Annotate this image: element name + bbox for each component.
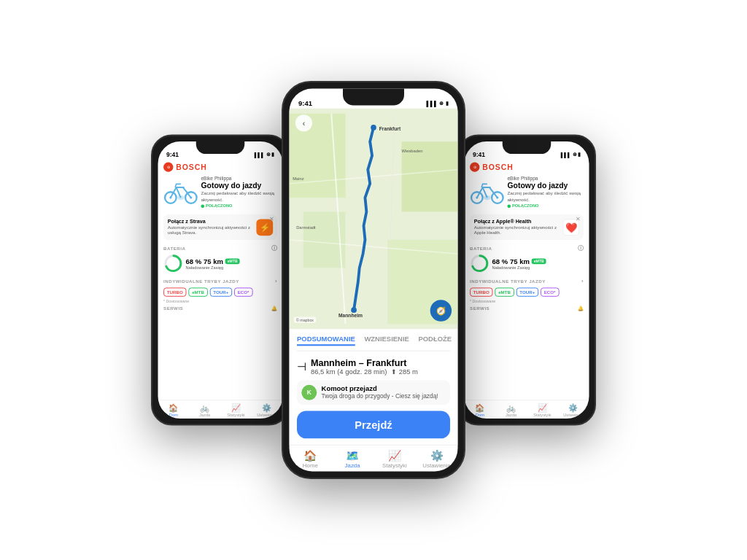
serwis-icon-right: 🔔: [578, 306, 584, 312]
info-icon-right[interactable]: ⓘ: [578, 245, 584, 252]
battery-row-right: 68 % 75 km eMTB Naładowanie Zasięg: [470, 254, 584, 273]
tab-dom-right[interactable]: 🏠 Dom: [465, 403, 496, 417]
brand-header-right: ⊙ BOSCH: [470, 160, 584, 174]
tab-settings-left[interactable]: ⚙️ Ustawienia: [252, 403, 283, 417]
info-icon-left[interactable]: ⓘ: [271, 245, 277, 252]
tab-stat-left[interactable]: 📈 Statystyki: [220, 403, 252, 417]
bike-section-left: eBike Philippa Gotowy do jazdy Zacznij p…: [163, 174, 277, 212]
serwis-left: SERWIS 🔔: [163, 306, 277, 312]
route-title: Mannheim – Frankfurt: [311, 357, 418, 368]
compass-button[interactable]: 🧭: [430, 300, 452, 321]
drive-modes-left: TURBO eMTB TOUR+ ECO*: [163, 288, 277, 297]
mode-emtb-left[interactable]: eMTB: [188, 288, 207, 297]
battery-pct-left: 68 %: [186, 258, 202, 265]
battery-km-right: 75 km: [510, 258, 530, 265]
mode-tour-right[interactable]: TOUR+: [516, 288, 538, 297]
promo-title-right: Połącz z Apple® Health: [474, 218, 559, 225]
left-app-content: ⊙ BOSCH: [158, 160, 283, 400]
mode-turbo-right[interactable]: TURBO: [470, 288, 492, 297]
battery-info-right: 68 % 75 km eMTB Naładowanie Zasięg: [492, 258, 584, 270]
promo-title-left: Połącz z Strava: [168, 218, 252, 225]
battery-pct-right: 68 %: [492, 258, 508, 265]
battery-label-left: BATERIA ⓘ: [163, 245, 277, 252]
tab-jazda-right[interactable]: 🚲 Jazda: [495, 403, 527, 417]
battery-sub-right: Naładowanie Zasięg: [492, 265, 584, 270]
mode-turbo-left[interactable]: TURBO: [163, 288, 186, 297]
home-tab-icon-r: 🏠: [475, 403, 484, 412]
svg-text:Mainz: Mainz: [293, 176, 303, 181]
stats-icon-c: 📈: [388, 449, 401, 462]
go-button[interactable]: Przejdź: [297, 411, 450, 439]
mode-eco-right[interactable]: ECO*: [541, 288, 559, 297]
modes-label-left: INDYWIDUALNE TRYBY JAZDY ›: [163, 279, 277, 285]
mode-emtb-right[interactable]: eMTB: [495, 288, 514, 297]
tab-jazda-left[interactable]: 🚲 Jazda: [189, 403, 220, 417]
bosch-logo-left: ⊙: [163, 163, 173, 172]
bike-status-right: Gotowy do jazdy: [507, 181, 584, 190]
komoot-logo: K: [301, 385, 317, 400]
connected-badge-right: POŁĄCZONO: [507, 204, 538, 209]
mode-eco-left[interactable]: ECO*: [234, 288, 252, 297]
right-phone-inner: 9:41 ▌▌▌ ⊛ ▮ ⊙ BOSCH: [465, 141, 589, 419]
battery-icon-c: ▮: [446, 100, 449, 106]
tab-gear-icon-left: ⚙️: [262, 403, 271, 412]
notch-center: [343, 89, 404, 106]
promo-card-right[interactable]: ✕ Połącz z Apple® Health Automatycznie s…: [470, 214, 584, 240]
promo-text-right: Połącz z Apple® Health Automatycznie syn…: [474, 218, 559, 236]
tab-jazda-center[interactable]: 🗺️ Jazda: [331, 449, 374, 469]
battery-icon: ▮: [271, 152, 274, 158]
scene: 9:41 ▌▌▌ ⊛ ▮ ⊙ BOSCH: [0, 0, 747, 560]
komoot-text: Komoot przejazd Twoja droga do przygody …: [322, 385, 446, 400]
notch-right: [503, 141, 551, 154]
battery-circle-right: [470, 254, 489, 273]
gear-icon-c: ⚙️: [430, 449, 444, 462]
tab-dom-left[interactable]: 🏠 Dom: [158, 403, 190, 417]
tab-stats-icon-left: 📈: [231, 403, 241, 412]
bike-icon-right: [470, 176, 505, 208]
battery-row-left: 68 % 75 km eMTB Naładowanie Zasięg: [163, 254, 277, 273]
map-area: Frankfurt Mannheim Mainz Wiesbaden Darms…: [290, 109, 458, 329]
wifi-icon-c: ⊛: [439, 100, 444, 106]
komoot-title: Komoot przejazd: [322, 385, 446, 393]
back-button[interactable]: ‹: [295, 114, 312, 131]
tab-stat-right[interactable]: 📈 Statystyki: [527, 403, 558, 417]
tab-summary[interactable]: PODSUMOWANIE: [297, 335, 355, 346]
tab-home-center[interactable]: 🏠 Home: [290, 449, 332, 469]
tab-settings-center[interactable]: ⚙️ Ustawienia: [416, 449, 458, 469]
promo-close-right[interactable]: ✕: [576, 216, 581, 222]
signal-icon: ▌▌▌: [255, 152, 265, 158]
brand-header-left: ⊙ BOSCH: [163, 160, 277, 174]
brand-name-left: BOSCH: [176, 163, 206, 171]
battery-label-right: BATERIA ⓘ: [470, 245, 584, 252]
status-icons-right: ▌▌▌ ⊛ ▮: [561, 152, 581, 158]
route-name-block: Mannheim – Frankfurt 86,5 km (4 godz. 28…: [311, 357, 418, 376]
promo-card-left[interactable]: ✕ Połącz z Strava Automatycznie synchron…: [163, 214, 277, 240]
tab-surface[interactable]: PODŁOŻE: [418, 335, 452, 346]
route-info-panel: PODSUMOWANIE WZNIESIENIE PODŁOŻE ⊣ Mannh…: [290, 329, 458, 445]
mode-note-left: * Dostosowane: [163, 300, 277, 304]
tab-stats-center[interactable]: 📈 Statystyki: [374, 449, 416, 469]
battery-info-left: 68 % 75 km eMTB Naładowanie Zasięg: [186, 258, 277, 270]
wifi-icon-r: ⊛: [573, 152, 577, 158]
svg-text:Frankfurt: Frankfurt: [379, 126, 401, 131]
tab-settings-right[interactable]: ⚙️ Ustawienia: [558, 403, 589, 417]
mode-tour-left[interactable]: TOUR+: [210, 288, 232, 297]
svg-text:Mannheim: Mannheim: [338, 313, 363, 318]
left-phone: 9:41 ▌▌▌ ⊛ ▮ ⊙ BOSCH: [151, 135, 290, 426]
bike-icon-left: [163, 176, 198, 208]
bike-name-left: eBike Philippa: [201, 176, 277, 182]
mtb-badge-left: eMTB: [225, 259, 240, 265]
tab-bar-right: 🏠 Dom 🚲 Jazda 📈 Statystyki ⚙️ Ustawienia: [465, 400, 589, 419]
chevron-modes-right[interactable]: ›: [581, 279, 584, 285]
battery-circle-left: [163, 254, 183, 273]
ride-tab-icon-r: 🚲: [506, 403, 516, 412]
tab-elevation[interactable]: WZNIESIENIE: [364, 335, 409, 346]
chevron-modes-left[interactable]: ›: [275, 279, 277, 285]
bike-info-right: eBike Philippa Gotowy do jazdy Zacznij p…: [507, 176, 584, 209]
bosch-logo-right: ⊙: [470, 163, 479, 172]
wifi-icon: ⊛: [266, 152, 271, 158]
home-icon-c: 🏠: [303, 449, 317, 462]
time-center: 9:41: [298, 99, 312, 107]
left-phone-inner: 9:41 ▌▌▌ ⊛ ▮ ⊙ BOSCH: [158, 141, 283, 419]
promo-close-left[interactable]: ✕: [269, 216, 274, 222]
